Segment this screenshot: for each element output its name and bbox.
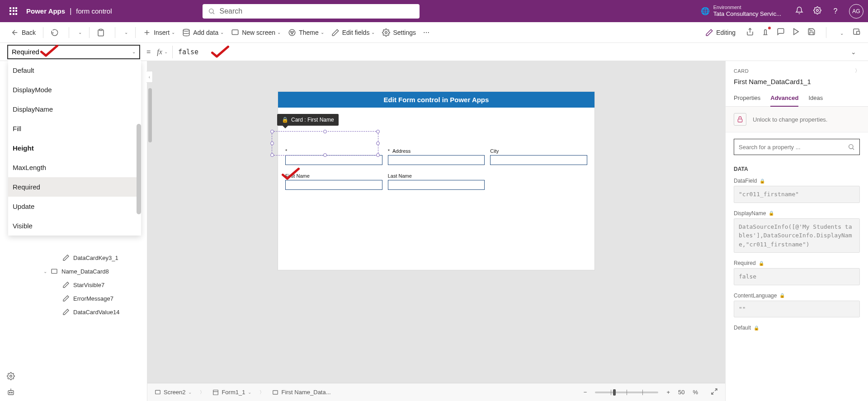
property-value[interactable]: "cr011_firstname" <box>734 186 860 203</box>
undo-more[interactable]: ⌄ <box>73 27 85 38</box>
property-option[interactable]: DisplayName <box>8 99 141 119</box>
editing-mode[interactable]: Editing <box>702 26 739 39</box>
property-search-input[interactable] <box>739 144 848 151</box>
save-icon[interactable] <box>807 28 816 37</box>
field-card[interactable]: *Address <box>388 148 485 165</box>
paste-more[interactable]: ⌄ <box>119 27 132 38</box>
app-screen[interactable]: Edit Form control in Power Apps * *Addre… <box>278 92 594 270</box>
tree-item[interactable]: DataCardValue14 <box>0 305 147 319</box>
property-option[interactable]: Visible <box>8 216 141 236</box>
insert-button[interactable]: Insert⌄ <box>139 26 179 39</box>
notifications-icon[interactable] <box>790 6 808 16</box>
property-selector[interactable]: Required ⌄ <box>7 45 140 59</box>
chevron-right-icon: 〉 <box>259 389 264 396</box>
text-input[interactable] <box>285 155 382 165</box>
formula-input[interactable]: false <box>178 48 846 56</box>
fit-screen-icon[interactable] <box>711 388 718 396</box>
zoom-out-icon[interactable]: − <box>584 389 587 396</box>
tree-item[interactable]: ⌄Name_DataCard8 <box>0 264 147 278</box>
property-value[interactable]: DataSourceInfo([@'My Students tables'],D… <box>734 218 860 253</box>
panel-tab[interactable]: Ideas <box>808 94 823 106</box>
property-option[interactable]: MaxLength <box>8 158 141 177</box>
svg-line-1 <box>213 13 214 14</box>
tree-item[interactable]: StarVisible7 <box>0 278 147 292</box>
back-button[interactable]: Back <box>7 26 39 39</box>
properties-panel: CARD 〉 First Name_DataCard1_1 Properties… <box>725 61 868 401</box>
fx-icon[interactable]: fx <box>157 48 162 56</box>
collapse-tree-icon[interactable]: ‹ <box>146 71 153 83</box>
panel-tab[interactable]: Advanced <box>770 94 798 107</box>
text-input[interactable] <box>285 180 382 190</box>
global-search[interactable]: Search <box>203 4 420 19</box>
paste-button[interactable] <box>93 26 111 39</box>
share-icon[interactable] <box>745 28 755 37</box>
fx-chevron[interactable]: ⌄ <box>164 49 168 54</box>
svg-point-12 <box>385 31 387 33</box>
settings-rail-icon[interactable] <box>7 372 15 382</box>
field-card[interactable]: Last Name <box>388 173 485 190</box>
breadcrumb-form[interactable]: Form1_1 ⌄ <box>212 389 251 396</box>
panel-tab[interactable]: Properties <box>734 94 760 106</box>
environment-picker[interactable]: 🌐 Environment Tata Consultancy Servic... <box>701 5 781 18</box>
tree-item[interactable]: DataCardKey3_1 <box>0 251 147 264</box>
virtual-agent-icon[interactable] <box>7 388 15 397</box>
avatar[interactable]: AG <box>849 4 863 19</box>
tree-item[interactable]: ErrorMessage7 <box>0 292 147 305</box>
zoom-unit: % <box>693 389 698 396</box>
lock-mini-icon: 🔒 <box>760 179 765 184</box>
lock-icon <box>734 113 746 126</box>
new-screen-button[interactable]: New screen⌄ <box>227 26 284 39</box>
settings-button[interactable]: Settings <box>378 26 420 39</box>
property-option[interactable]: DisplayMode <box>8 80 141 99</box>
property-dropdown[interactable]: DefaultDisplayModeDisplayNameFillHeightM… <box>8 61 141 236</box>
more-button[interactable]: ⋯ <box>420 26 433 39</box>
svg-rect-18 <box>8 391 14 395</box>
theme-button[interactable]: Theme⌄ <box>284 26 328 39</box>
property-option[interactable]: Fill <box>8 119 141 138</box>
settings-icon[interactable] <box>808 6 826 16</box>
edit-fields-button[interactable]: Edit fields⌄ <box>328 26 379 39</box>
formula-expand[interactable]: ⌄ <box>846 48 861 56</box>
canvas-scrollbar[interactable] <box>147 86 153 381</box>
text-input[interactable] <box>490 155 587 165</box>
control-name: First Name_DataCard1_1 <box>734 78 860 85</box>
help-icon[interactable]: ? <box>826 7 844 15</box>
field-card-firstname[interactable]: First Name <box>285 173 382 190</box>
property-value[interactable]: false <box>734 268 860 285</box>
property-option[interactable]: Required <box>8 177 141 197</box>
chevron-right-icon: 〉 <box>200 389 204 396</box>
property-option[interactable]: Update <box>8 197 141 216</box>
property-search[interactable] <box>734 139 860 155</box>
zoom-slider[interactable] <box>595 392 658 393</box>
svg-line-26 <box>715 389 717 391</box>
save-more[interactable]: ⌄ <box>836 29 845 36</box>
publish-icon[interactable] <box>852 28 861 37</box>
app-checker-icon[interactable] <box>761 28 770 37</box>
selection-tooltip: 🔒 Card : First Name <box>277 114 339 126</box>
property-option[interactable]: Default <box>8 61 141 80</box>
waffle-icon[interactable] <box>5 7 23 15</box>
unlock-banner[interactable]: Unlock to change properties. <box>726 107 868 132</box>
text-input[interactable] <box>388 155 485 165</box>
svg-point-2 <box>816 9 819 11</box>
text-input[interactable] <box>388 180 485 190</box>
comments-icon[interactable] <box>776 28 785 37</box>
scrollbar-thumb[interactable] <box>137 124 141 214</box>
breadcrumb-card[interactable]: First Name_Data... <box>272 389 330 396</box>
property-label: DataField <box>734 178 757 184</box>
svg-point-17 <box>10 375 12 377</box>
field-card[interactable]: City <box>490 148 587 165</box>
svg-rect-7 <box>232 30 238 35</box>
property-option[interactable]: Height <box>8 138 141 158</box>
section-data: DATA <box>726 161 868 175</box>
panel-expand-icon[interactable]: 〉 <box>855 67 860 74</box>
lock-icon: 🔒 <box>282 117 288 123</box>
app-title: Power Apps <box>26 7 65 15</box>
preview-icon[interactable] <box>792 28 801 37</box>
add-data-button[interactable]: Add data⌄ <box>179 26 227 39</box>
property-value[interactable]: "" <box>734 301 860 318</box>
zoom-in-icon[interactable]: + <box>666 389 670 396</box>
undo-button[interactable] <box>47 26 65 39</box>
property-field: DataField🔒"cr011_firstname" <box>726 175 868 208</box>
breadcrumb-screen[interactable]: Screen2 ⌄ <box>155 389 192 396</box>
